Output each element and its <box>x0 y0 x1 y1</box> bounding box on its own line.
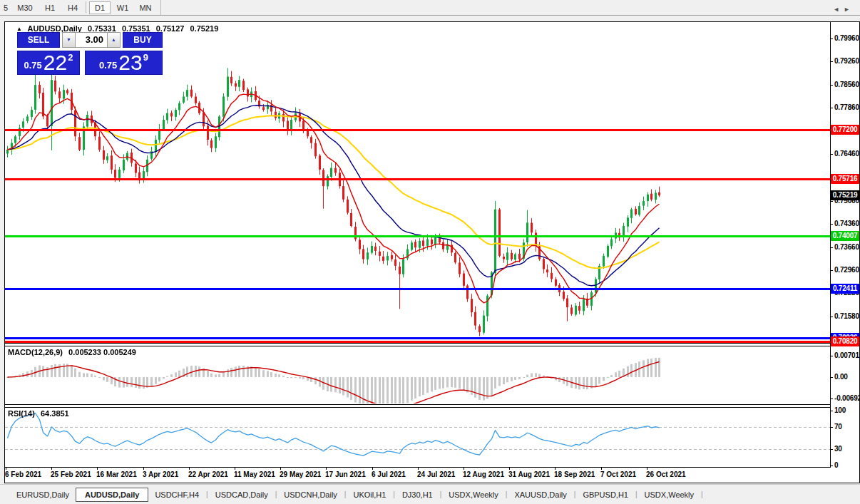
price-badge: 0.70820 <box>831 336 859 346</box>
price-tick-label: 0.76460 <box>834 150 859 158</box>
date-tick <box>418 468 419 470</box>
chart-tab-ukoil-h1[interactable]: UKOil,H1 <box>347 488 392 501</box>
price-axis[interactable]: 0.799600.792600.785600.778600.764600.750… <box>831 22 859 468</box>
tab-separator: | <box>344 490 347 498</box>
macd-tick <box>830 377 833 378</box>
price-tick-label: 0.78560 <box>834 81 859 88</box>
price-tick-label: 0.77860 <box>834 103 859 111</box>
tab-separator: | <box>506 490 508 498</box>
date-tick <box>509 468 510 470</box>
macd-values: 0.005233 0.005249 <box>68 348 136 356</box>
date-tick <box>97 468 98 470</box>
volume-decrease-button[interactable]: ▼ <box>62 32 76 48</box>
rsi-tick <box>830 466 833 466</box>
date-axis[interactable]: 6 Feb 202125 Feb 202116 Mar 20213 Apr 20… <box>5 468 830 482</box>
price-tick <box>830 317 833 317</box>
buy-price-big: 23 <box>118 53 142 73</box>
price-tick <box>830 224 833 225</box>
price-tick <box>830 85 833 86</box>
date-tick <box>464 468 464 470</box>
chart-tabs: EURUSD,DailyAUDUSD,DailyUSDCHF,H4|USDCAD… <box>0 484 860 504</box>
tab-separator: | <box>440 490 442 498</box>
toolbar-separator <box>160 0 161 15</box>
mt4-app: 5M30H1H4D1W1MN ▲ AUDUSD,Daily 0.75331 0.… <box>0 0 860 504</box>
date-label: 6 Jul 2021 <box>372 470 406 478</box>
price-badge: 0.75716 <box>831 174 859 184</box>
sell-price-sup: 2 <box>68 52 73 63</box>
date-tick <box>189 468 190 470</box>
date-tick <box>555 468 556 470</box>
price-badge: 0.77200 <box>831 125 859 135</box>
chart-close-value: 0.75219 <box>190 24 219 33</box>
one-click-trade-panel: SELL ▼ 3.00 ▲ BUY 0.75 22 2 0.75 23 9 <box>17 32 163 75</box>
chart-tab-usdcnh-daily[interactable]: USDCNH,Daily <box>277 488 344 501</box>
price-badge: 0.72411 <box>831 284 859 294</box>
timeframe-button-5[interactable]: 5 <box>1 1 11 14</box>
price-badge: 0.74007 <box>831 231 859 241</box>
price-tick-label: 0.74360 <box>834 220 859 227</box>
date-label: 16 Mar 2021 <box>96 470 137 478</box>
price-tick-label: 0.79960 <box>834 34 859 42</box>
timeframe-button-m30[interactable]: M30 <box>12 1 38 14</box>
macd-tick <box>830 398 833 399</box>
macd-tick-label: 0.00 <box>834 373 848 381</box>
rsi-canvas[interactable] <box>5 408 830 467</box>
collapse-arrow-icon[interactable]: ▲ <box>16 26 22 32</box>
rsi-value: 64.3851 <box>41 409 69 418</box>
macd-title-row: MACD(12,26,9) 0.005233 0.005249 <box>8 348 140 358</box>
sell-button[interactable]: SELL <box>17 32 60 48</box>
rsi-title-row: RSI(14) 64.3851 <box>8 409 73 419</box>
date-label: 12 Aug 2021 <box>463 470 504 478</box>
date-tick <box>601 468 602 470</box>
date-tick <box>372 468 373 470</box>
timeframe-toolbar: 5M30H1H4D1W1MN <box>0 0 860 16</box>
timeframe-button-mn[interactable]: MN <box>135 1 156 14</box>
price-tick <box>830 61 833 62</box>
price-tick <box>830 108 833 108</box>
tab-separator: | <box>635 490 638 498</box>
rsi-tick <box>830 411 833 411</box>
chart-tab-audusd-daily[interactable]: AUDUSD,Daily <box>76 488 148 502</box>
chart-tab-usdchf-h4[interactable]: USDCHF,H4 <box>148 488 205 501</box>
timeframe-button-h1[interactable]: H1 <box>39 1 61 14</box>
sell-price-display[interactable]: 0.75 22 2 <box>17 51 80 75</box>
macd-rsi-separator <box>5 404 830 405</box>
sell-price-small: 0.75 <box>24 60 42 71</box>
tab-separator: | <box>701 490 703 498</box>
rsi-tick-label: 100 <box>834 406 846 414</box>
volume-input[interactable]: 3.00 <box>76 32 107 48</box>
timeframe-button-h4[interactable]: H4 <box>62 1 83 14</box>
chart-tab-gbpusd-h1[interactable]: GBPUSD,H1 <box>576 488 635 501</box>
rsi-tick-label: 30 <box>834 445 842 453</box>
chart-tab-usdx-weekly[interactable]: USDX,Weekly <box>638 488 700 501</box>
date-label: 7 Oct 2021 <box>600 470 636 478</box>
chart-tab-eurusd-daily[interactable]: EURUSD,Daily <box>10 488 76 501</box>
buy-price-sup: 9 <box>143 52 148 63</box>
buy-button[interactable]: BUY <box>123 32 163 48</box>
tab-scroll-right-icon[interactable]: ► <box>844 6 854 13</box>
chart-tab-xauusd-daily[interactable]: XAUUSD,Daily <box>508 488 573 501</box>
date-tick <box>51 468 52 470</box>
main-macd-separator <box>5 343 830 344</box>
date-label: 29 May 2021 <box>280 470 321 478</box>
date-label: 18 Sep 2021 <box>554 470 595 478</box>
tab-separator: | <box>574 490 576 498</box>
date-label: 31 Aug 2021 <box>508 470 550 478</box>
price-tick-label: 0.72960 <box>834 266 859 274</box>
date-label: 24 Jul 2021 <box>417 470 455 478</box>
tab-scroll-arrows[interactable]: ◄► <box>833 6 854 13</box>
tab-scroll-left-icon[interactable]: ◄ <box>833 6 844 13</box>
sell-price-big: 22 <box>43 53 67 73</box>
chart-tab-usdx-weekly[interactable]: USDX,Weekly <box>442 488 504 501</box>
buy-price-display[interactable]: 0.75 23 9 <box>85 51 163 75</box>
timeframe-button-d1[interactable]: D1 <box>89 1 111 14</box>
volume-increase-button[interactable]: ▲ <box>107 32 121 48</box>
chart-tab-dj30-h1[interactable]: DJ30,H1 <box>396 488 439 501</box>
macd-label: MACD(12,26,9) <box>8 348 63 356</box>
chart-tab-usdcad-daily[interactable]: USDCAD,Daily <box>209 488 275 501</box>
price-tick <box>830 270 833 271</box>
price-tick <box>830 247 833 248</box>
date-label: 6 Feb 2021 <box>5 470 41 478</box>
timeframe-button-w1[interactable]: W1 <box>112 1 133 14</box>
date-label: 11 May 2021 <box>234 470 275 478</box>
